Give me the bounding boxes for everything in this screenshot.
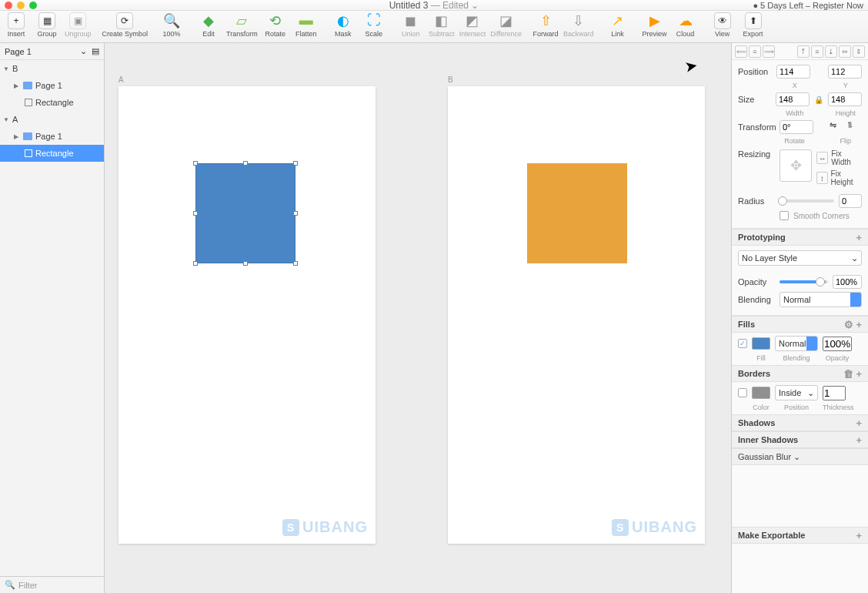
layer-rectangle-b[interactable]: Rectangle: [0, 94, 104, 111]
distribute-h-button[interactable]: ⇔: [839, 45, 851, 58]
borders-header[interactable]: Borders🗑 +: [732, 365, 868, 382]
radius-input[interactable]: [839, 194, 862, 208]
height-input[interactable]: [828, 92, 862, 106]
union-button[interactable]: ◼Union: [398, 12, 424, 38]
prototyping-header[interactable]: Prototyping+: [732, 229, 868, 246]
layer-filter[interactable]: 🔍 Filter: [0, 576, 104, 593]
create-symbol-button[interactable]: ⟳Create Symbol: [102, 12, 149, 38]
fix-height-icon[interactable]: ↕: [816, 172, 828, 184]
opacity-slider[interactable]: [780, 280, 828, 283]
mask-button[interactable]: ◐Mask: [330, 12, 356, 38]
backward-button[interactable]: ⇩Backward: [563, 12, 594, 38]
export-button[interactable]: ⬆Export: [740, 12, 766, 38]
plus-icon[interactable]: +: [856, 434, 862, 446]
align-center-h-button[interactable]: ≡: [749, 45, 761, 58]
search-icon: 🔍: [5, 580, 15, 590]
blending-dropdown[interactable]: Normal: [780, 292, 862, 307]
inner-shadows-header[interactable]: Inner Shadows+: [732, 431, 868, 448]
border-thickness-input[interactable]: [823, 386, 846, 400]
close-window-button[interactable]: [5, 2, 12, 9]
trial-banner[interactable]: ● 5 Days Left – Register Now: [753, 1, 863, 10]
radius-label: Radius: [738, 196, 775, 206]
lock-aspect-icon[interactable]: 🔒: [814, 95, 823, 104]
fill-enabled-checkbox[interactable]: ✓: [738, 339, 747, 348]
ungroup-button[interactable]: ▣Ungroup: [65, 12, 92, 38]
radius-slider[interactable]: [780, 199, 834, 203]
disclosure-arrow-icon[interactable]: ▼: [3, 116, 9, 123]
watermark: SUIBANG: [612, 518, 697, 536]
fill-color-swatch[interactable]: [752, 337, 770, 350]
edit-button[interactable]: ◆Edit: [195, 12, 222, 38]
cloud-button[interactable]: ☁Cloud: [673, 12, 699, 38]
fix-width-icon[interactable]: ↔: [816, 152, 828, 164]
group-button[interactable]: ▦Group: [34, 12, 60, 38]
flip-v-button[interactable]: ⥮: [846, 120, 862, 134]
register-link[interactable]: Register Now: [813, 1, 863, 10]
disclosure-arrow-icon[interactable]: ▼: [3, 65, 9, 72]
border-position-dropdown[interactable]: Inside⌄: [775, 385, 818, 400]
orange-rectangle-shape[interactable]: [527, 163, 627, 263]
artboard-a[interactable]: A SUIBANG: [119, 86, 376, 544]
forward-button[interactable]: ⇧Forward: [532, 12, 559, 38]
disclosure-arrow-icon[interactable]: ▶: [14, 82, 20, 89]
zoom-window-button[interactable]: [29, 2, 37, 9]
link-button[interactable]: ↗Link: [605, 12, 631, 38]
align-middle-button[interactable]: ≡: [811, 45, 823, 58]
align-left-button[interactable]: ⟸: [735, 45, 747, 58]
canvas[interactable]: A SUIBANG B SUIBANG ➤: [105, 43, 731, 593]
page-selector[interactable]: Page 1 ⌄ ▤: [0, 43, 104, 60]
folder-icon: [23, 132, 32, 140]
rotate-input[interactable]: [780, 120, 813, 134]
plus-icon[interactable]: +: [856, 319, 862, 330]
align-top-button[interactable]: ⤒: [797, 45, 810, 58]
layer-symbol-a[interactable]: ▼A: [0, 111, 104, 128]
minimize-window-button[interactable]: [17, 2, 25, 9]
intersect-button[interactable]: ◩Intersect: [459, 12, 486, 38]
artboard-b-label[interactable]: B: [448, 75, 453, 84]
insert-button[interactable]: +Insert: [3, 12, 29, 38]
artboard-a-label[interactable]: A: [119, 75, 124, 84]
width-input[interactable]: [776, 92, 810, 106]
layer-page-1-a[interactable]: ▶Page 1: [0, 128, 104, 145]
layer-symbol-b[interactable]: ▼B: [0, 60, 104, 77]
y-input[interactable]: [828, 65, 862, 79]
disclosure-arrow-icon[interactable]: ▶: [14, 133, 20, 140]
layer-rectangle-a-selected[interactable]: Rectangle: [0, 145, 104, 162]
difference-button[interactable]: ◪Difference: [490, 12, 522, 38]
transform-label: Transform: [738, 122, 775, 132]
shadows-header[interactable]: Shadows+: [732, 414, 868, 431]
gaussian-blur-header[interactable]: Gaussian Blur ⌄: [732, 448, 868, 465]
zoom-control[interactable]: 🔍100%: [159, 12, 185, 38]
align-bottom-button[interactable]: ⤓: [825, 45, 837, 58]
subtract-button[interactable]: ◧Subtract: [429, 12, 455, 38]
rotate-button[interactable]: ⟲Rotate: [262, 12, 289, 38]
view-button[interactable]: 👁View: [709, 12, 736, 38]
make-exportable-header[interactable]: Make Exportable+: [732, 527, 868, 544]
fill-blend-dropdown[interactable]: Normal: [775, 336, 818, 351]
artboard-b[interactable]: B SUIBANG: [448, 86, 705, 544]
layer-style-dropdown[interactable]: No Layer Style⌄: [738, 250, 862, 266]
plus-icon[interactable]: +: [856, 530, 862, 541]
flip-h-button[interactable]: ⇋: [830, 120, 845, 134]
blue-rectangle-shape[interactable]: [195, 163, 295, 263]
gear-icon[interactable]: ⚙: [844, 319, 853, 330]
transform-button[interactable]: ▱Transform: [226, 12, 258, 38]
border-enabled-checkbox[interactable]: [738, 388, 747, 397]
resizing-control[interactable]: ✥: [780, 149, 812, 182]
trash-icon[interactable]: 🗑: [843, 368, 853, 380]
smooth-corners-checkbox[interactable]: [780, 211, 789, 220]
opacity-input[interactable]: [833, 275, 862, 289]
fill-opacity-input[interactable]: [823, 337, 852, 351]
border-color-swatch[interactable]: [752, 387, 770, 399]
align-right-button[interactable]: ⟹: [763, 45, 775, 58]
fills-header[interactable]: Fills⚙ +: [732, 316, 868, 333]
plus-icon[interactable]: +: [856, 417, 862, 429]
flatten-button[interactable]: ▬Flatten: [293, 12, 319, 38]
distribute-v-button[interactable]: ⇕: [853, 45, 865, 58]
layer-page-1-b[interactable]: ▶Page 1: [0, 77, 104, 94]
x-input[interactable]: [776, 65, 810, 79]
plus-icon[interactable]: +: [856, 232, 862, 243]
plus-icon[interactable]: +: [856, 368, 862, 380]
scale-button[interactable]: ⛶Scale: [361, 12, 387, 38]
preview-button[interactable]: ▶Preview: [642, 12, 668, 38]
